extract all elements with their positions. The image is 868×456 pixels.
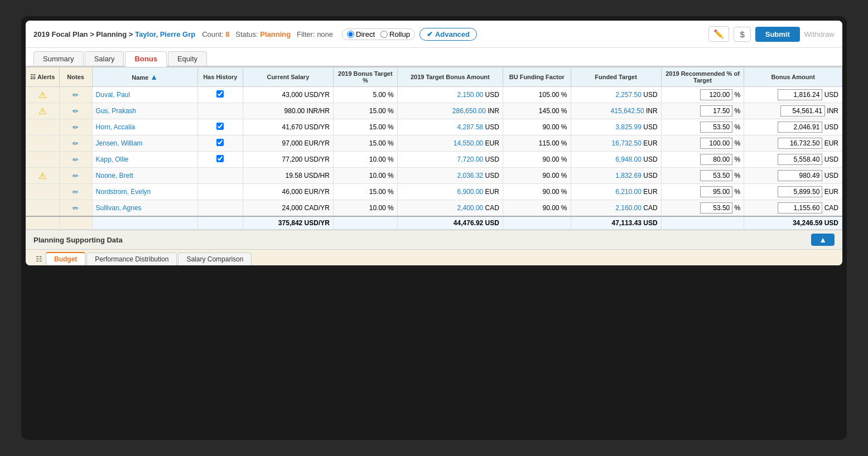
salary-unit: USD/YR xyxy=(305,156,330,163)
cell-bonus-target-pct: 10.00 % xyxy=(333,152,397,168)
col-header-bu-funding-factor: BU Funding Factor xyxy=(503,67,571,87)
direct-radio-label[interactable]: Direct xyxy=(347,30,375,38)
rec-pct-input[interactable] xyxy=(700,202,732,214)
tab-equity[interactable]: Equity xyxy=(168,51,207,66)
table-row: ⚠✏Noone, Brett19.58 USD/HR10.00 %2,036.3… xyxy=(26,168,842,184)
notes-edit-icon[interactable]: ✏ xyxy=(73,156,79,164)
target-amount-link[interactable]: 2,150.00 xyxy=(457,91,484,99)
totals-blank6 xyxy=(503,216,571,230)
funded-target-link[interactable]: 16,732.50 xyxy=(612,139,642,147)
rollup-radio-label[interactable]: Rollup xyxy=(380,30,410,38)
count-value: 8 xyxy=(225,30,229,38)
target-amount-link[interactable]: 7,720.00 xyxy=(457,156,484,163)
notes-edit-icon[interactable]: ✏ xyxy=(73,188,79,196)
bonus-amount-input[interactable] xyxy=(778,122,822,133)
bonus-amount-input[interactable] xyxy=(778,154,822,165)
sort-arrow-icon[interactable]: ▲ xyxy=(150,72,158,81)
tab-summary[interactable]: Summary xyxy=(33,51,84,66)
pct-symbol3: % xyxy=(735,107,741,115)
tab-salary[interactable]: Salary xyxy=(85,51,124,66)
cell-bu-funding-factor: 90.00 % xyxy=(503,119,571,135)
rollup-radio[interactable] xyxy=(380,31,388,38)
funded-target-link[interactable]: 2,160.00 xyxy=(615,204,642,212)
cell-current-salary: 43,000 USD/YR xyxy=(243,87,333,103)
bottom-tab-budget[interactable]: Budget xyxy=(46,252,85,265)
rec-pct-input[interactable] xyxy=(700,186,732,197)
cell-name: Horn, Accalia xyxy=(92,119,197,135)
target-amount-link[interactable]: 14,550.00 xyxy=(454,139,483,147)
rec-pct-input[interactable] xyxy=(700,105,732,117)
rec-pct-input[interactable] xyxy=(700,170,732,181)
notes-edit-icon[interactable]: ✏ xyxy=(73,91,79,99)
target-currency: INR xyxy=(488,107,499,115)
totals-blank4 xyxy=(197,216,243,230)
bonus-amount-input[interactable] xyxy=(778,186,822,197)
rec-pct-input[interactable] xyxy=(700,89,732,100)
employee-name-link[interactable]: Nordstrom, Evelyn xyxy=(96,188,151,196)
direct-label: Direct xyxy=(356,30,375,38)
cell-bonus-target-pct: 15.00 % xyxy=(333,135,397,152)
cell-bu-funding-factor: 90.00 % xyxy=(503,200,571,217)
employee-name-link[interactable]: Sullivan, Agnes xyxy=(96,204,142,212)
target-amount-link[interactable]: 4,287.58 xyxy=(457,123,484,131)
bonus-amount-input[interactable] xyxy=(778,170,822,181)
count-status: Count: 8 Status: Planning Filter: none xyxy=(202,30,333,38)
direct-radio[interactable] xyxy=(347,31,354,38)
target-amount-link[interactable]: 2,400.00 xyxy=(457,204,484,212)
rec-pct-input[interactable] xyxy=(700,122,732,133)
employee-name-link[interactable]: Kapp, Ollie xyxy=(96,156,129,163)
employee-name-link[interactable]: Noone, Brett xyxy=(96,172,133,180)
employee-name-link[interactable]: Gus, Prakash xyxy=(96,107,137,115)
has-history-checkbox[interactable] xyxy=(216,139,224,146)
has-history-checkbox[interactable] xyxy=(216,155,224,162)
target-amount-link[interactable]: 286,650.00 xyxy=(452,107,486,115)
edit-icon-button[interactable]: ✏️ xyxy=(708,26,729,42)
notes-edit-icon[interactable]: ✏ xyxy=(73,139,79,148)
target-amount-link[interactable]: 2,036.32 xyxy=(457,172,484,180)
rec-pct-input[interactable] xyxy=(700,138,732,149)
bonus-amount-input[interactable] xyxy=(778,202,822,214)
advanced-button[interactable]: ✔ Advanced xyxy=(419,28,477,41)
bottom-tab-performance-distribution[interactable]: Performance Distribution xyxy=(86,253,177,265)
has-history-checkbox[interactable] xyxy=(216,90,224,98)
cell-rec-pct: % xyxy=(661,200,744,217)
employee-name-link[interactable]: Jensen, William xyxy=(96,139,143,147)
notes-edit-icon[interactable]: ✏ xyxy=(73,204,79,212)
funded-target-link[interactable]: 415,642.50 xyxy=(611,107,644,115)
rec-pct-input[interactable] xyxy=(700,154,732,165)
bonus-amount-input[interactable] xyxy=(778,138,822,149)
employee-name-link[interactable]: Horn, Accalia xyxy=(96,123,136,131)
notes-edit-icon[interactable]: ✏ xyxy=(73,123,79,132)
bu-factor-value: 90.00 xyxy=(542,156,559,163)
withdraw-button[interactable]: Withdraw xyxy=(804,30,835,38)
funded-target-link[interactable]: 3,825.99 xyxy=(615,123,642,131)
filter-icon[interactable]: ☷ xyxy=(30,74,36,80)
cell-notes: ✏ xyxy=(59,103,92,119)
employee-name-link[interactable]: Duval, Paul xyxy=(96,91,130,99)
cell-notes: ✏ xyxy=(59,152,92,168)
breadcrumb-link[interactable]: Taylor, Pierre Grp xyxy=(135,30,195,38)
pct-symbol2: % xyxy=(561,123,567,131)
bonus-amount-input[interactable] xyxy=(780,105,825,117)
notes-edit-icon[interactable]: ✏ xyxy=(73,172,79,180)
submit-button[interactable]: Submit xyxy=(755,27,800,42)
totals-row: 375,842 USD/YR 44,476.92 USD 47,113.43 U… xyxy=(26,216,842,230)
has-history-checkbox[interactable] xyxy=(216,123,224,130)
rollup-label: Rollup xyxy=(389,30,410,38)
bottom-tab-salary-comparison[interactable]: Salary Comparison xyxy=(178,253,252,265)
bonus-amount-input[interactable] xyxy=(778,89,822,100)
funded-target-link[interactable]: 1,832.69 xyxy=(615,172,642,180)
funded-target-link[interactable]: 2,257.50 xyxy=(615,91,642,99)
pct-symbol2: % xyxy=(561,172,567,180)
dollar-button[interactable]: $ xyxy=(734,27,750,42)
collapse-button[interactable]: ▲ xyxy=(811,234,835,246)
cell-notes: ✏ xyxy=(59,168,92,184)
bottom-tabs-row: ☷ Budget Performance Distribution Salary… xyxy=(26,249,842,265)
notes-edit-icon[interactable]: ✏ xyxy=(73,107,79,115)
cell-name: Jensen, William xyxy=(92,135,197,152)
target-amount-link[interactable]: 6,900.00 xyxy=(457,188,484,196)
tab-bonus[interactable]: Bonus xyxy=(125,51,166,67)
funded-target-link[interactable]: 6,210.00 xyxy=(615,188,642,196)
funded-target-link[interactable]: 6,948.00 xyxy=(615,156,642,163)
cell-bonus-amount: INR xyxy=(744,103,842,119)
